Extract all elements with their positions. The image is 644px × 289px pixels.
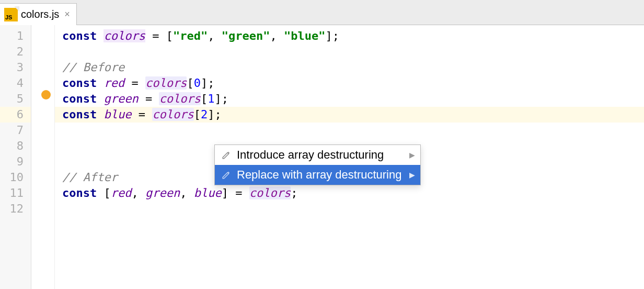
intention-icon <box>221 150 232 160</box>
intention-item[interactable]: Replace with array destructuring ▶ <box>215 165 420 185</box>
line-num: 7 <box>0 123 31 138</box>
js-file-icon: JS <box>4 8 18 21</box>
intention-icon <box>221 170 232 180</box>
line-num: 12 <box>0 201 31 217</box>
line-num: 4 <box>0 75 31 91</box>
file-tab[interactable]: JS colors.js × <box>0 3 77 25</box>
code-line[interactable]: const green = colors[1]; <box>55 91 644 107</box>
code-area[interactable]: const colors = ["red", "green", "blue"];… <box>31 25 644 289</box>
intention-label: Replace with array destructuring <box>237 168 401 182</box>
chevron-right-icon: ▶ <box>409 171 415 179</box>
line-num: 10 <box>0 170 31 185</box>
code-line[interactable]: const [red, green, blue] = colors; <box>55 185 644 201</box>
line-num: 1 <box>0 28 31 44</box>
tab-bar: JS colors.js × <box>0 0 644 25</box>
code-line[interactable] <box>55 44 644 60</box>
code-line[interactable]: const blue = colors[2]; <box>55 107 644 123</box>
line-num: 3 <box>0 60 31 75</box>
code-line[interactable]: // Before <box>55 60 644 75</box>
line-num: 5 <box>0 91 31 107</box>
code-line[interactable]: const red = colors[0]; <box>55 75 644 91</box>
tab-filename: colors.js <box>21 8 59 20</box>
chevron-right-icon: ▶ <box>409 151 415 159</box>
close-tab-icon[interactable]: × <box>64 9 70 20</box>
code-editor[interactable]: 1 2 3 4 5 6 7 8 9 10 11 12 const colors … <box>0 25 644 289</box>
intention-item[interactable]: Introduce array destructuring ▶ <box>215 145 420 165</box>
intention-popup: Introduce array destructuring ▶ Replace … <box>214 144 421 185</box>
intention-label: Introduce array destructuring <box>237 148 384 162</box>
line-num: 6 <box>0 107 31 123</box>
line-gutter: 1 2 3 4 5 6 7 8 9 10 11 12 <box>0 25 31 289</box>
line-num: 2 <box>0 44 31 60</box>
line-num: 8 <box>0 138 31 154</box>
line-num: 9 <box>0 154 31 170</box>
intention-bulb-icon[interactable] <box>41 90 51 99</box>
code-line[interactable]: const colors = ["red", "green", "blue"]; <box>55 28 644 44</box>
code-line[interactable] <box>55 123 644 138</box>
code-line[interactable] <box>55 201 644 217</box>
code-margin <box>31 25 55 289</box>
line-num: 11 <box>0 185 31 201</box>
